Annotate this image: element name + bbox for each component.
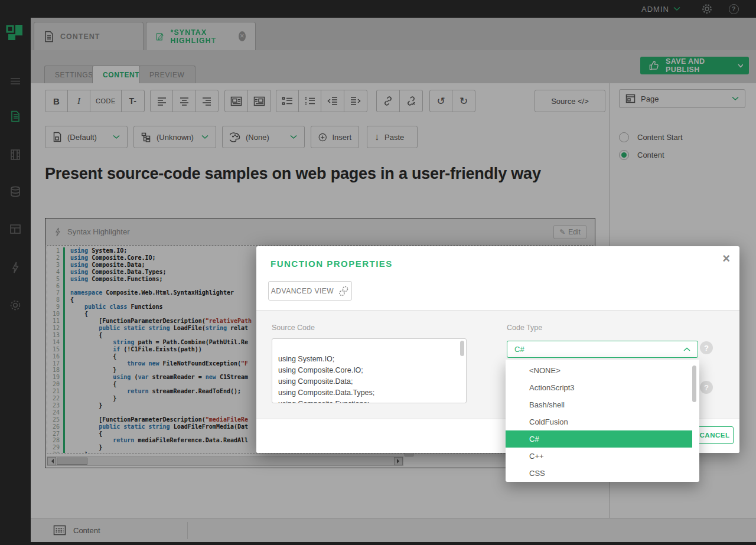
dropdown-option[interactable]: CSS <box>506 465 692 482</box>
dropdown-option[interactable]: <NONE> <box>506 362 692 379</box>
code-type-value: C# <box>514 345 524 354</box>
dropdown-option[interactable]: Bash/shell <box>506 396 692 413</box>
cancel-button[interactable]: CANCEL <box>696 426 734 444</box>
code-type-label: Code Type <box>507 324 542 332</box>
dropdown-option[interactable]: ColdFusion <box>506 413 692 430</box>
dropdown-option[interactable]: C++ <box>506 448 692 465</box>
dropdown-option[interactable]: C# <box>506 430 692 448</box>
dialog-title: FUNCTION PROPERTIES <box>271 259 393 269</box>
codetype-dropdown: <NONE>ActionScript3Bash/shellColdFusionC… <box>506 360 699 482</box>
advanced-view-button[interactable]: ADVANCED VIEW <box>268 281 352 301</box>
codetype-options: <NONE>ActionScript3Bash/shellColdFusionC… <box>506 362 699 482</box>
dialog-close-icon[interactable]: × <box>722 251 730 266</box>
source-code-label: Source Code <box>272 324 315 332</box>
app-window: ADMIN ? CONTENT *SYNTAX HIGHLIGHT × <box>0 0 756 545</box>
dropdown-option[interactable]: ActionScript3 <box>506 379 692 396</box>
source-help-icon[interactable]: ? <box>700 341 713 354</box>
gears-icon <box>338 285 349 297</box>
dropdown-scroll-thumb[interactable] <box>692 365 696 402</box>
code-type-select[interactable]: C# <box>507 341 698 358</box>
chevron-up-icon <box>683 347 690 352</box>
code-type-help-icon[interactable]: ? <box>700 381 713 394</box>
textarea-scroll-thumb[interactable] <box>460 341 464 356</box>
source-code-textarea[interactable]: using System.IO; using Composite.Core.IO… <box>272 338 467 403</box>
